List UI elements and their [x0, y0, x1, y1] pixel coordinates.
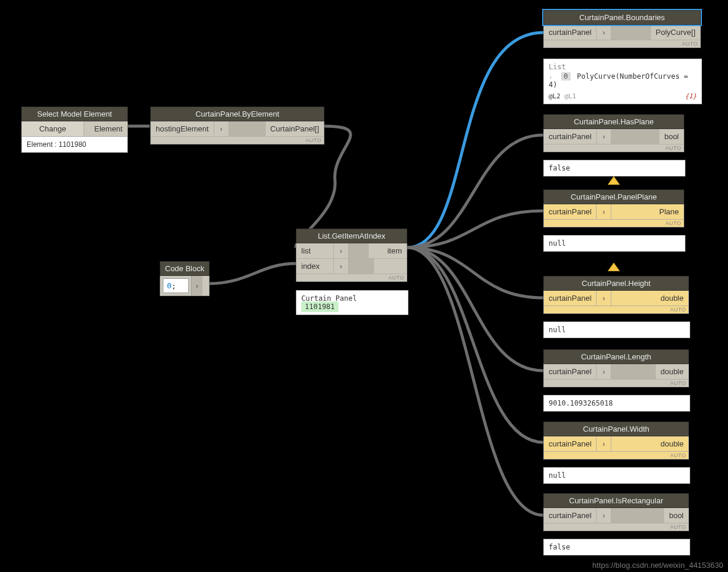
input-port-list[interactable]: list: [297, 243, 334, 258]
spacer: [349, 259, 374, 274]
node-curtainpanel-byelement[interactable]: CurtainPanel.ByElement hostingElement › …: [150, 107, 324, 144]
node-title: CurtainPanel.HasPlane: [543, 114, 684, 129]
lacing-auto: AUTO: [544, 306, 688, 313]
input-port-curtainpanel[interactable]: curtainPanel: [544, 25, 597, 40]
preview-length: 9010.1093265018: [543, 395, 690, 412]
input-port-curtainpanel[interactable]: curtainPanel: [544, 291, 597, 306]
warning-icon: [608, 176, 620, 185]
output-port-element[interactable]: Element: [84, 121, 127, 136]
code-input[interactable]: 0;: [163, 278, 189, 293]
node-title: Select Model Element: [21, 107, 128, 121]
lacing-auto: AUTO: [544, 451, 688, 459]
node-curtainpanel-length[interactable]: CurtainPanel.Length curtainPanel › doubl…: [543, 349, 689, 387]
chevron-right-icon[interactable]: ›: [597, 364, 611, 379]
lacing-auto: AUTO: [544, 379, 688, 387]
preview-height: null: [543, 322, 690, 338]
node-curtainpanel-boundaries[interactable]: CurtainPanel.Boundaries curtainPanel › P…: [543, 10, 701, 48]
output-port-double[interactable]: double: [656, 436, 688, 451]
preview-value: 1101981: [301, 301, 339, 312]
node-title: CurtainPanel.Length: [543, 349, 689, 364]
output-port[interactable]: ›: [191, 276, 202, 295]
node-title: List.GetItemAtIndex: [296, 229, 407, 243]
warning-icon: [608, 263, 620, 271]
node-title: CurtainPanel.IsRectangular: [543, 493, 689, 508]
input-port-curtainpanel[interactable]: curtainPanel: [544, 436, 597, 451]
output-port-bool[interactable]: bool: [664, 508, 688, 523]
node-curtainpanel-panelplane[interactable]: CurtainPanel.PanelPlane curtainPanel › P…: [543, 189, 684, 227]
chevron-right-icon[interactable]: ›: [597, 436, 611, 451]
node-select-model-element[interactable]: Select Model Element Change Element Elem…: [21, 107, 128, 153]
chevron-right-icon[interactable]: ›: [597, 129, 611, 144]
node-curtainpanel-isrectangular[interactable]: CurtainPanel.IsRectangular curtainPanel …: [543, 493, 689, 531]
svg-marker-1: [608, 263, 620, 271]
lacing-auto: AUTO: [544, 523, 688, 531]
spacer: [229, 121, 266, 136]
preview-boundaries: List ↓ 0 PolyCurve(NumberOfCurves = 4) @…: [543, 59, 702, 104]
input-port-curtainpanel[interactable]: curtainPanel: [544, 129, 597, 144]
chevron-right-icon[interactable]: ›: [597, 508, 611, 523]
svg-marker-0: [608, 176, 620, 185]
lacing-auto: AUTO: [151, 136, 324, 144]
node-curtainpanel-width[interactable]: CurtainPanel.Width curtainPanel › double…: [543, 422, 689, 459]
preview-isrect: false: [543, 539, 690, 555]
input-port-index[interactable]: index: [297, 259, 334, 274]
watermark: https://blog.csdn.net/weixin_44153630: [592, 561, 723, 570]
chevron-right-icon[interactable]: ›: [597, 291, 611, 306]
lacing-auto: AUTO: [544, 219, 684, 227]
node-title: CurtainPanel.Width: [543, 422, 689, 436]
preview-getitem: Curtain Panel 1101981: [296, 290, 408, 315]
preview-hasplane: false: [543, 160, 685, 176]
node-title: CurtainPanel.Boundaries: [543, 10, 701, 25]
output-port-item[interactable]: item: [369, 243, 407, 258]
spacer: [349, 243, 369, 258]
output-port-double[interactable]: double: [656, 291, 688, 306]
output-port-plane[interactable]: Plane: [655, 204, 684, 219]
level-l1: @L1: [565, 92, 576, 100]
chevron-right-icon[interactable]: ›: [334, 259, 349, 274]
node-curtainpanel-height[interactable]: CurtainPanel.Height curtainPanel › doubl…: [543, 276, 689, 314]
tree-arrow-icon: ↓: [549, 73, 552, 80]
preview-width: null: [543, 467, 690, 484]
node-curtainpanel-hasplane[interactable]: CurtainPanel.HasPlane curtainPanel › boo…: [543, 114, 684, 152]
level-l2: @L2: [549, 92, 561, 100]
preview-list-head: List: [549, 63, 697, 71]
node-code-block[interactable]: Code Block 0; ›: [160, 261, 210, 296]
preview-panelplane: null: [543, 235, 685, 252]
chevron-right-icon[interactable]: ›: [597, 25, 611, 40]
input-port-curtainpanel[interactable]: curtainPanel: [544, 508, 597, 523]
output-port-double[interactable]: double: [656, 364, 688, 379]
node-title: CurtainPanel.PanelPlane: [543, 189, 684, 204]
chevron-right-icon[interactable]: ›: [597, 204, 611, 219]
node-title: CurtainPanel.Height: [543, 276, 689, 291]
node-list-getitematindex[interactable]: List.GetItemAtIndex list › item index › …: [296, 229, 407, 282]
output-port-bool[interactable]: bool: [659, 129, 684, 144]
list-index: 0: [561, 72, 570, 81]
node-title: CurtainPanel.ByElement: [150, 107, 324, 121]
input-port-curtainpanel[interactable]: curtainPanel: [544, 204, 597, 219]
chevron-right-icon[interactable]: ›: [334, 243, 349, 258]
input-port-hostingelement[interactable]: hostingElement: [151, 121, 214, 136]
change-button[interactable]: Change: [22, 121, 84, 136]
output-port-polycurve[interactable]: PolyCurve[]: [651, 25, 700, 40]
lacing-auto: AUTO: [544, 40, 700, 47]
element-info: Element : 1101980: [22, 136, 127, 152]
input-port-curtainpanel[interactable]: curtainPanel: [544, 364, 597, 379]
lacing-auto: AUTO: [544, 144, 684, 152]
chevron-right-icon[interactable]: ›: [214, 121, 229, 136]
lacing-auto: AUTO: [297, 274, 407, 281]
output-port-curtainpanel[interactable]: CurtainPanel[]: [266, 121, 324, 136]
list-count: {1}: [685, 92, 697, 100]
node-title: Code Block: [160, 261, 210, 276]
